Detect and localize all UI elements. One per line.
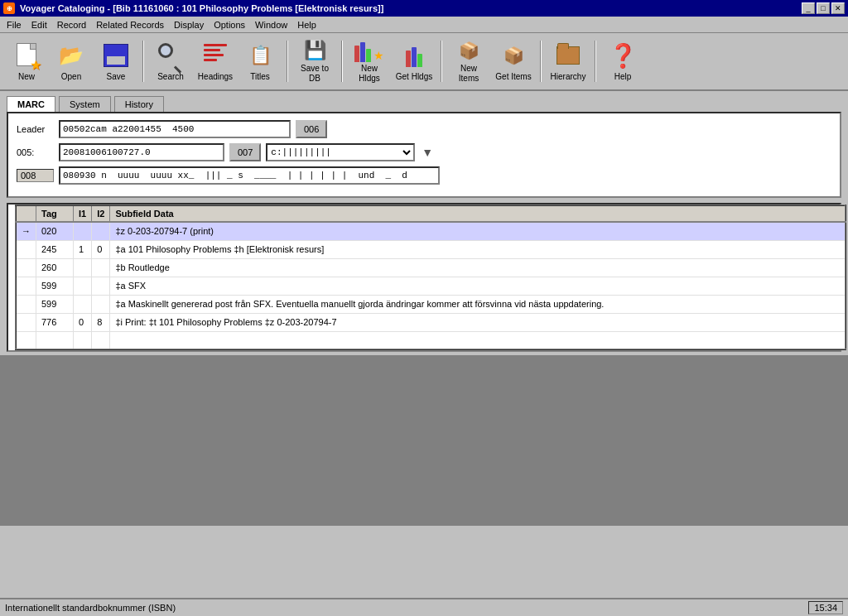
menu-related-records[interactable]: Related Records [91,17,169,32]
open-button[interactable]: 📂 Open [50,36,93,86]
field-005-label: 005: [17,147,54,157]
row-i2-4 [92,295,110,313]
row-tag-1: 245 [36,240,74,258]
save-button[interactable]: Save [94,36,137,86]
tab-marc[interactable]: MARC [7,96,55,112]
table-row[interactable]: → 020 ‡z 0-203-20794-7 (print) [16,222,846,240]
minimize-button[interactable]: _ [802,2,815,14]
record-table: Tag I1 I2 Subfield Data → 020 ‡z 0-203-2… [15,205,846,350]
save-to-db-button[interactable]: 💾 Save to DB [293,36,336,86]
search-button[interactable]: Search [149,36,192,86]
toolbar-separator-4 [441,41,442,82]
row-arrow-2 [16,258,36,277]
maximize-button[interactable]: □ [817,2,830,14]
star-hldgs-icon: ★ [373,49,384,62]
row-i1-0 [74,222,92,240]
help-label: Help [614,72,632,82]
field-008-row: 008 [17,166,831,185]
status-text: Internationellt standardboknummer (ISBN) [5,603,176,613]
row-tag-2: 260 [36,258,74,277]
folder-icon: 📂 [59,46,84,65]
tag-header: Tag [36,205,74,222]
i2-header: I2 [92,205,110,222]
bookstack-get-icon [406,44,422,67]
tab-history[interactable]: History [114,96,164,112]
table-row[interactable]: 599 ‡a SFX [16,277,846,295]
toolbar-separator-2 [287,41,288,82]
header-row: Tag I1 I2 Subfield Data [16,205,846,222]
menu-window[interactable]: Window [250,17,292,32]
toolbar-separator-6 [595,41,596,82]
book-1-icon [354,46,359,62]
titles-icon: 📋 [245,41,275,70]
empty-area [0,355,848,526]
table-row[interactable] [16,331,846,349]
row-data-3: ‡a SFX [110,277,846,295]
marc-panel: Leader 006 005: 007 c:||||||||| ▼ 008 [7,112,841,198]
new-label: New [18,72,35,82]
close-button[interactable]: ✕ [831,2,845,14]
menu-options[interactable]: Options [209,17,250,32]
row-data-6 [110,331,846,349]
field-005-007-button[interactable]: 007 [229,143,261,161]
titles-t-icon: 📋 [249,45,272,66]
leader-input[interactable] [59,120,291,138]
row-i2-5: 8 [92,313,110,331]
items-get-icon: 📦 [504,46,524,65]
row-i1-6 [74,331,92,349]
get-items-label: Get Items [495,72,531,82]
field-005-input[interactable] [59,143,224,161]
save-label: Save [107,72,126,82]
get-hldgs-label: Get Hldgs [396,72,432,82]
field-008-input[interactable] [59,166,440,185]
tabs-container: MARC System History [7,96,841,112]
tab-system[interactable]: System [59,96,111,112]
status-bar: Internationellt standardboknummer (ISBN)… [0,598,848,616]
new-button[interactable]: ★ New [5,36,48,86]
get-items-button[interactable]: 📦 Get Items [492,36,535,86]
heading-line-3 [204,54,224,56]
menu-edit[interactable]: Edit [26,17,52,32]
question-mark-icon: ❓ [609,42,638,70]
titles-button[interactable]: 📋 Titles [238,36,282,86]
new-hldgs-button[interactable]: ★ New Hldgs [348,36,391,86]
search-label: Search [157,72,184,82]
title-text: ⊕ Voyager Cataloging - [Bib 11161060 : 1… [3,2,383,14]
bookstack-new-icon: ★ [354,39,384,62]
book-3-icon [366,49,371,62]
row-i1-5: 0 [74,313,92,331]
new-items-label: New Items [450,64,488,84]
row-arrow-5 [16,313,36,331]
gbook-2-icon [412,47,417,67]
field-005-dropdown[interactable]: c:||||||||| [266,143,415,161]
toolbar-separator-5 [540,41,542,82]
menu-file[interactable]: File [2,17,26,32]
dropdown-arrow-icon[interactable]: ▼ [422,146,433,159]
titles-label: Titles [250,72,270,82]
help-button[interactable]: ❓ Help [601,36,644,86]
get-items-icon: 📦 [499,41,528,70]
new-items-button[interactable]: 📦 New Items [447,36,490,86]
folder-shape-icon [556,46,580,65]
menu-record[interactable]: Record [52,17,91,32]
open-label: Open [61,72,81,82]
hierarchy-icon [553,41,583,70]
record-table-wrapper: Tag I1 I2 Subfield Data → 020 ‡z 0-203-2… [7,203,841,352]
leader-006-button[interactable]: 006 [296,120,327,138]
table-row[interactable]: 245 1 0 ‡a 101 Philosophy Problems ‡h [E… [16,240,846,258]
get-hldgs-icon [399,41,429,70]
menu-display[interactable]: Display [169,17,209,32]
heading-line-4 [204,59,217,61]
headings-button[interactable]: Headings [194,36,237,86]
hierarchy-button[interactable]: Hierarchy [547,36,590,86]
heading-line-1 [204,44,227,46]
items-new-icon: 📦 [459,41,479,60]
row-data-1: ‡a 101 Philosophy Problems ‡h [Elektroni… [110,240,846,258]
window-controls[interactable]: _ □ ✕ [802,2,845,14]
table-row[interactable]: 776 0 8 ‡i Print: ‡t 101 Philosophy Prob… [16,313,846,331]
row-data-5: ‡i Print: ‡t 101 Philosophy Problems ‡z … [110,313,846,331]
table-row[interactable]: 260 ‡b Routledge [16,258,846,277]
menu-help[interactable]: Help [292,17,321,32]
table-row[interactable]: 599 ‡a Maskinellt genererad post från SF… [16,295,846,313]
get-hldgs-button[interactable]: Get Hldgs [393,36,436,86]
